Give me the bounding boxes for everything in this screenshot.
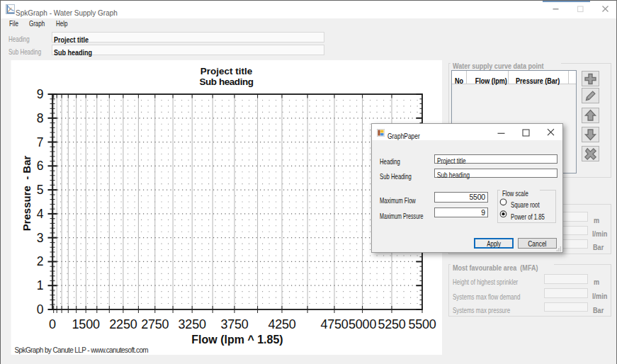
svg-text:1500: 1500 <box>72 317 100 331</box>
svg-text:0: 0 <box>37 302 44 317</box>
svg-text:9: 9 <box>37 87 44 101</box>
svg-text:5250: 5250 <box>378 317 405 331</box>
svg-text:5500: 5500 <box>408 317 436 331</box>
svg-text:3750: 3750 <box>220 317 248 331</box>
svg-text:5: 5 <box>37 183 44 197</box>
svg-text:6: 6 <box>37 159 44 173</box>
svg-text:SpkGraph by Canute LLP - www.c: SpkGraph by Canute LLP - www.canutesoft.… <box>15 346 149 354</box>
svg-text:4750: 4750 <box>320 317 348 331</box>
svg-text:4250: 4250 <box>268 317 295 331</box>
svg-text:2750: 2750 <box>141 317 169 331</box>
svg-text:7: 7 <box>37 135 44 149</box>
svg-text:8: 8 <box>37 111 44 125</box>
svg-text:Project title: Project title <box>200 66 253 76</box>
svg-text:1: 1 <box>37 278 44 292</box>
svg-text:Flow (lpm ^ 1.85): Flow (lpm ^ 1.85) <box>191 334 283 346</box>
svg-text:2250: 2250 <box>109 317 137 331</box>
svg-text:Pressure - Bar: Pressure - Bar <box>21 155 33 231</box>
svg-text:5000: 5000 <box>349 317 376 331</box>
svg-text:Sub heading: Sub heading <box>199 76 253 87</box>
svg-text:3: 3 <box>37 231 44 245</box>
svg-text:2: 2 <box>37 254 44 268</box>
svg-text:4: 4 <box>37 207 44 221</box>
svg-text:0: 0 <box>49 317 56 331</box>
svg-text:3250: 3250 <box>179 317 206 331</box>
